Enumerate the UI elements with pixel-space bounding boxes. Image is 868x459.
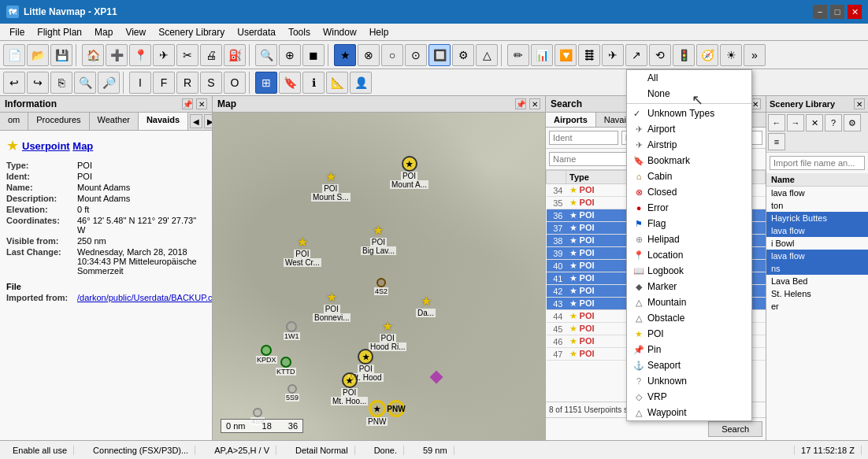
menu-file[interactable]: File: [3, 25, 31, 39]
airport-marker-kpdx[interactable]: KPDX: [256, 345, 277, 364]
triangle-button[interactable]: △: [476, 44, 498, 66]
poi-marker-hood-ri[interactable]: ★ POI Hood Ri...: [369, 319, 406, 351]
scenery-settings-button[interactable]: ⚙: [844, 114, 861, 131]
tab-procedures[interactable]: Procedures: [644, 113, 705, 127]
col-date[interactable]: Last Cha...: [639, 171, 765, 184]
save-button[interactable]: 💾: [50, 44, 72, 66]
table-row[interactable]: 42 ★ POI 3/28/18 10...: [547, 285, 766, 298]
table-row[interactable]: 38 ★ POI 3/28/18 10...: [547, 235, 766, 247]
compass-button[interactable]: 🧭: [696, 44, 718, 66]
map-pin-button[interactable]: 📌: [515, 98, 526, 109]
search-button[interactable]: 🔎: [98, 72, 120, 94]
table-row[interactable]: 40 ★ POI 3/28/18 10...: [547, 260, 766, 272]
vor-button[interactable]: ○: [381, 44, 403, 66]
airport-marker-5s9[interactable]: 5S9: [285, 384, 299, 402]
zoom-out-button[interactable]: 🔍: [74, 72, 96, 94]
airport-marker-1w1[interactable]: 1W1: [284, 321, 300, 340]
poi-marker-bonnev[interactable]: ★ POI Bonnevi...: [313, 290, 351, 322]
fuel-button[interactable]: ⛽: [224, 44, 246, 66]
route-button[interactable]: 🛤: [578, 44, 600, 66]
menu-tools[interactable]: Tools: [282, 25, 317, 39]
poi-marker-west-cr[interactable]: ★ POI West Cr...: [284, 235, 321, 267]
scenery-list-item[interactable]: er: [766, 300, 868, 313]
scenery-menu-button[interactable]: ≡: [768, 133, 785, 150]
map-overlay-button[interactable]: ◼: [302, 44, 325, 66]
scenery-forward-button[interactable]: →: [787, 114, 804, 131]
airport-marker-4s2[interactable]: 4S2: [374, 278, 388, 295]
scenery-list-item[interactable]: Lava Bed: [766, 275, 868, 287]
panel-close-button[interactable]: ✕: [196, 98, 207, 109]
tab-prev-button[interactable]: ◀: [190, 114, 202, 128]
navaid-marker-1[interactable]: [432, 372, 441, 382]
grid-search-button[interactable]: ⊞: [255, 72, 277, 94]
desc-input[interactable]: [662, 152, 725, 166]
scenery-list-item[interactable]: lava flow: [766, 187, 868, 199]
search-close-button[interactable]: ✕: [750, 98, 761, 109]
aircraft2-button[interactable]: ✈: [602, 44, 624, 66]
menu-scenery[interactable]: Scenery Library: [152, 25, 231, 39]
menu-flightplan[interactable]: Flight Plan: [31, 25, 88, 39]
table-row[interactable]: 45 ★ POI 3/28/18 10...: [547, 323, 766, 335]
poi-marker-mount-s[interactable]: ★ POI Mount S...: [311, 169, 351, 202]
poi-filter-button[interactable]: ★: [334, 44, 356, 66]
table-row[interactable]: 43 ★ POI 3/28/18 10...: [547, 298, 766, 310]
new-flightplan-button[interactable]: 📄: [3, 44, 25, 66]
tab-airports[interactable]: Airports: [546, 113, 596, 127]
otr-button[interactable]: O: [224, 72, 246, 94]
ils-button[interactable]: ⊙: [405, 44, 427, 66]
menu-userdata[interactable]: Userdata: [231, 25, 282, 39]
col-type[interactable]: Type: [566, 171, 640, 184]
copy-button[interactable]: ⎘: [50, 72, 72, 94]
ndb-button[interactable]: ⊗: [358, 44, 380, 66]
scenery-list-item[interactable]: lava flow: [766, 250, 868, 262]
home-button[interactable]: 🏠: [82, 44, 104, 66]
panel-pin-button[interactable]: 📌: [182, 98, 193, 109]
delete-button[interactable]: ✂: [176, 44, 198, 66]
airport-marker-kttd[interactable]: KTTD: [276, 357, 296, 376]
maximize-button[interactable]: □: [830, 5, 844, 19]
sun-button[interactable]: ☀: [720, 44, 742, 66]
scenery-list-item[interactable]: ton: [766, 199, 868, 212]
map-link[interactable]: Map: [72, 140, 93, 152]
freq-button[interactable]: F: [153, 72, 175, 94]
table-row[interactable]: 35 ★ POI 3/28/18 10...: [547, 197, 766, 209]
poi-marker-da[interactable]: ★ Da...: [416, 294, 436, 317]
open-button[interactable]: 📂: [27, 44, 49, 66]
poi-marker-mount-a[interactable]: ★ POI Mount A...: [390, 156, 428, 189]
filter-active-button[interactable]: 🔲: [428, 44, 451, 66]
elev-button[interactable]: 📐: [326, 72, 348, 94]
scenery-list-item[interactable]: lava flow: [766, 224, 868, 237]
menu-window[interactable]: Window: [317, 25, 363, 39]
ident-input[interactable]: [549, 131, 618, 145]
table-row[interactable]: 44 ★ POI 3/28/18 10...: [547, 310, 766, 323]
close-button[interactable]: ✕: [848, 5, 862, 19]
table-row[interactable]: 37 ★ POI 3/28/18 10...: [547, 222, 766, 235]
tab-navaids[interactable]: Navaids: [139, 113, 188, 130]
restrict-button[interactable]: R: [176, 72, 198, 94]
spec-button[interactable]: S: [200, 72, 222, 94]
search-table-wrapper[interactable]: Type Last Cha... 34 ★ POI 3/28/18 10... …: [546, 170, 766, 402]
redo-button[interactable]: ↪: [27, 72, 49, 94]
add-waypoint-button[interactable]: ➕: [106, 44, 128, 66]
scenery-list-item[interactable]: Hayrick Buttes: [766, 212, 868, 224]
table-row[interactable]: 36 ★ POI 3/28/18 10...: [547, 209, 766, 222]
menu-help[interactable]: Help: [363, 25, 395, 39]
poi-marker-pnw-2[interactable]: PNW: [388, 400, 405, 417]
poi-marker-mt-hood-2[interactable]: ★ POI Mt. Hoo...: [331, 372, 368, 405]
bookmark2-button[interactable]: 🔖: [279, 72, 301, 94]
scenery-back-button[interactable]: ←: [768, 114, 785, 131]
col-num[interactable]: [547, 171, 566, 184]
aircraft-button[interactable]: ✈: [153, 44, 175, 66]
approach-button[interactable]: 🔽: [555, 44, 577, 66]
scenery-search-input[interactable]: [770, 156, 865, 170]
map-close-button[interactable]: ✕: [529, 98, 540, 109]
scenery-list-item[interactable]: St. Helens: [766, 287, 868, 300]
map-canvas[interactable]: KPDX 1W1 KTTD 4S2 5S9 4S9: [213, 113, 545, 440]
zoom-area-button[interactable]: 🔍: [255, 44, 277, 66]
overlay2-button[interactable]: ⚙: [452, 44, 474, 66]
info-import-link[interactable]: /darkon/public/Userdata/BACKUP.csv: [77, 293, 212, 302]
expand-button[interactable]: »: [744, 44, 766, 66]
hold-button[interactable]: ⟲: [649, 44, 671, 66]
search-float-button[interactable]: □: [736, 98, 747, 109]
table-row[interactable]: 41 ★ POI 3/28/18 10...: [547, 272, 766, 285]
